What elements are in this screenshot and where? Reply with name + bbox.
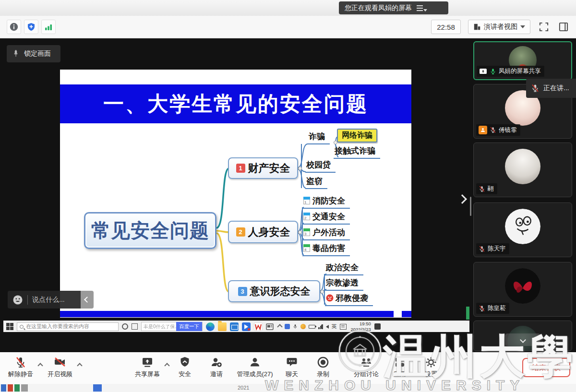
- unmute-button[interactable]: 解除静音: [5, 355, 36, 379]
- participant-tile-partial[interactable]: [473, 321, 572, 351]
- panel-expand-arrow[interactable]: [459, 196, 466, 204]
- meeting-control-bar: 解除静音 开启视频 共享屏幕 安全 邀请 管理成员(27) 聊天 录制 分组讨论…: [0, 352, 576, 384]
- mindmap-node-fire-safety: 1消防安全: [302, 195, 350, 209]
- desktop-fragment: [93, 384, 102, 392]
- edge-browser-icon: [206, 322, 215, 331]
- viewer-banner-text: 您正在观看凤娟的屏幕: [345, 4, 412, 12]
- sidebar-scrollbar[interactable]: [470, 197, 471, 216]
- security-button[interactable]: 安全: [171, 355, 198, 379]
- flag-4-icon: 4: [303, 244, 310, 252]
- invite-person-icon: [210, 356, 223, 368]
- slide-title: 一、大学生常见的安全问题: [60, 84, 411, 123]
- network-quality-button[interactable]: [41, 20, 56, 34]
- gear-icon: [425, 356, 437, 368]
- manage-members-button[interactable]: 管理成员(27): [233, 355, 277, 379]
- settings-button[interactable]: 设置: [418, 355, 444, 379]
- mic-muted-icon: [479, 245, 485, 253]
- chevron-down-icon: [520, 25, 525, 28]
- ime-keyboard-icon: [340, 324, 347, 330]
- meeting-info-button[interactable]: [7, 20, 21, 34]
- screen-share-icon: [479, 68, 487, 74]
- participant-label: 陈天宇: [476, 243, 509, 254]
- divider: [27, 295, 28, 305]
- task-view-icon: [132, 323, 138, 330]
- chat-collapse-button[interactable]: [81, 291, 94, 309]
- tray-volume-icon: [326, 325, 329, 329]
- participant-tile[interactable]: 陈天宇: [473, 202, 572, 257]
- avatar: [505, 149, 540, 184]
- system-tray: 英: [278, 323, 347, 330]
- flag-1-icon: 1: [303, 197, 310, 204]
- banner-menu-icon[interactable]: [417, 4, 427, 12]
- participant-tile[interactable]: 陈皇菘: [473, 262, 572, 317]
- record-button[interactable]: 录制: [310, 355, 336, 379]
- mic-muted-icon: [490, 126, 496, 134]
- health-shield-button[interactable]: [24, 20, 38, 34]
- fullscreen-icon: [539, 22, 549, 32]
- desktop-fragment: [21, 384, 28, 392]
- side-panel-icon: [558, 22, 569, 32]
- participant-label: 傅镜霏: [476, 124, 520, 136]
- apps-button[interactable]: 应用: [386, 355, 413, 379]
- end-meeting-button[interactable]: 结束会议: [522, 358, 570, 377]
- hand-raised-icon: [479, 126, 487, 134]
- mic-muted-icon: [479, 305, 485, 312]
- breakout-rooms-button[interactable]: 分组讨论: [348, 355, 384, 379]
- chat-input[interactable]: 说点什么...: [8, 291, 81, 309]
- mindmap-node-outdoor-activity: 3户外活动: [302, 226, 350, 240]
- mindmap-node-traffic-safety: 2交通安全: [302, 211, 350, 225]
- info-icon: [10, 23, 18, 31]
- mail-app-icon: [230, 322, 239, 331]
- screen-edge-fragment: [466, 307, 469, 320]
- mindmap-node-personal-safety: 2 人身安全: [228, 221, 298, 243]
- emoji-smiley-icon[interactable]: [12, 295, 23, 305]
- desktop-fragment: [1, 384, 6, 392]
- mic-muted-icon: [531, 83, 540, 93]
- scroll-more-participants-button[interactable]: [505, 333, 540, 346]
- avatar: [505, 209, 540, 244]
- record-icon: [317, 356, 329, 368]
- desktop-year-text: 2021: [238, 385, 249, 391]
- flag-3-icon: 3: [303, 228, 310, 236]
- mindmap-root-node: 常见安全问题: [84, 212, 216, 249]
- chevron-left-icon: [84, 297, 90, 303]
- view-mode-button[interactable]: 演讲者视图: [468, 20, 530, 34]
- shield-plus-icon: [27, 23, 36, 31]
- invite-button[interactable]: 邀请: [203, 355, 230, 379]
- flag-2-icon: 2: [303, 213, 310, 220]
- side-panel-toggle[interactable]: [558, 22, 569, 32]
- participant-tile[interactable]: 翮: [473, 143, 572, 197]
- search-icon: [20, 325, 24, 329]
- cortana-icon: [122, 323, 128, 330]
- layout-icon: [473, 23, 481, 31]
- tray-battery-icon: [309, 325, 315, 329]
- share-options-chevron[interactable]: [164, 363, 169, 368]
- mute-options-chevron[interactable]: [37, 363, 43, 368]
- network-signal-icon: [44, 23, 53, 31]
- baidu-search-widget: 丰是0什么了保.. 百度一下: [141, 322, 203, 331]
- chat-button[interactable]: 聊天: [278, 355, 305, 379]
- tray-mic-icon: [293, 323, 298, 330]
- desktop-fragment: [8, 384, 13, 392]
- participant-label: 陈皇菘: [476, 303, 509, 314]
- fullscreen-button[interactable]: [539, 22, 549, 32]
- file-explorer-icon: [218, 322, 227, 331]
- video-options-chevron[interactable]: [77, 363, 82, 368]
- chevron-down-icon: [520, 337, 526, 343]
- badge-1: 1: [236, 164, 245, 173]
- share-screen-button[interactable]: 共享屏幕: [132, 355, 163, 379]
- top-strip: 您正在观看凤娟的屏幕: [0, 0, 576, 16]
- participant-label: 凤娟的屏幕共享: [477, 66, 544, 77]
- mindmap-node-contact-fraud: 接触式诈骗: [334, 145, 380, 159]
- shared-screen-slide: 一、大学生常见的安全问题 常见安全问题 1 财产安全 2 人身安全 3 意识形态…: [60, 70, 411, 318]
- participant-tile-screen-share[interactable]: 凤娟的屏幕共享: [473, 41, 572, 80]
- chat-bubble-icon: [286, 356, 298, 368]
- start-video-button[interactable]: 开启视频: [44, 355, 76, 379]
- slide-footer-bar-fragment: [402, 311, 411, 317]
- speaking-indicator-tooltip: 正在讲...: [526, 79, 576, 98]
- ime-language-indicator: 英: [332, 323, 337, 330]
- mindmap-node-fraud: 诈骗: [308, 131, 330, 144]
- lock-view-button[interactable]: 锁定画面: [7, 45, 60, 62]
- meeting-timer: 22:58: [431, 20, 461, 34]
- news-widget-icon: [266, 323, 274, 330]
